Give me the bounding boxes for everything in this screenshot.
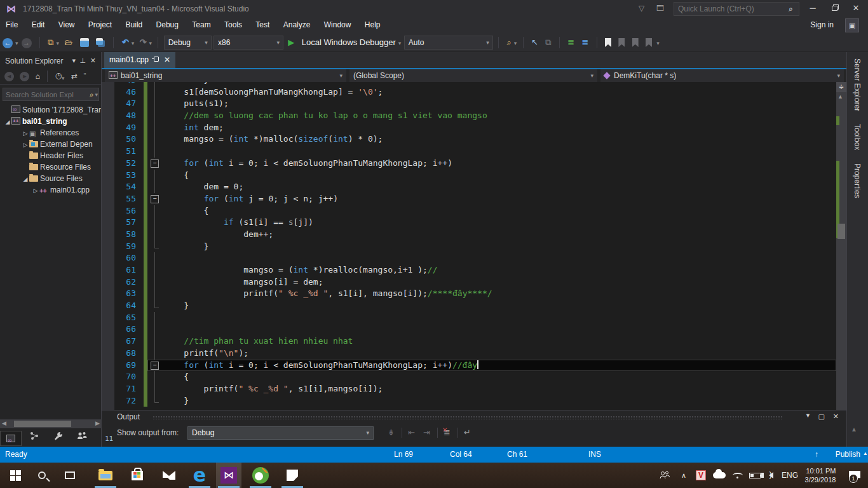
line-number[interactable]: 66	[114, 323, 144, 336]
code-line[interactable]: 53 {	[102, 170, 836, 182]
code-line[interactable]: 49 int dem;	[102, 122, 836, 134]
output-scroll-up-icon[interactable]: ▲	[851, 426, 857, 433]
drag-grip[interactable]	[153, 416, 783, 419]
tree-item-references[interactable]: ▷References	[0, 127, 101, 139]
onedrive-tray-icon[interactable]	[710, 463, 728, 488]
code-line[interactable]: 61 mangso = (int *)realloc(mangso,i+1 );…	[102, 264, 836, 276]
menu-test[interactable]: Test	[250, 18, 275, 32]
code-line[interactable]: 72 }	[102, 395, 836, 407]
solution-explorer-search-box[interactable]: ⌕ ▾	[3, 88, 99, 101]
code-line[interactable]: 70 {	[102, 371, 836, 383]
solution-search-input[interactable]	[3, 91, 90, 98]
quick-launch-input[interactable]	[674, 4, 789, 13]
code-line[interactable]: 45 }	[102, 82, 836, 86]
window-position-icon[interactable]: ▼	[805, 412, 811, 419]
close-icon[interactable]: ✕	[90, 57, 96, 65]
code-line[interactable]: 51	[102, 146, 836, 158]
code-line[interactable]: 62 mangso[i] = dem;	[102, 276, 836, 288]
tree-item-source-files[interactable]: ◢Source Files	[0, 173, 101, 184]
volume-tray-icon[interactable]	[763, 463, 779, 488]
line-number[interactable]: 46	[114, 86, 144, 98]
tab-properties[interactable]: Properties	[853, 157, 862, 205]
close-tab-icon[interactable]: ✕	[164, 55, 170, 64]
line-number[interactable]: 58	[114, 229, 144, 241]
find-in-files-button[interactable]: ⌕	[505, 36, 512, 50]
tree-item-header-files[interactable]: Header Files	[0, 150, 101, 161]
next-bookmark-button[interactable]	[631, 36, 640, 50]
se-forward-button[interactable]: ►	[20, 71, 29, 81]
code-line[interactable]: 65	[102, 312, 836, 324]
collapse-region-icon[interactable]	[147, 193, 164, 205]
output-source-combo[interactable]: Debug▾	[187, 426, 374, 440]
scrollbar-thumb[interactable]	[837, 224, 845, 239]
code-line[interactable]: 59 }	[102, 241, 836, 253]
prev-bookmark-button[interactable]	[617, 36, 626, 50]
find-dropdown-icon[interactable]: ▾	[514, 40, 517, 46]
menu-analyze[interactable]: Analyze	[278, 18, 316, 32]
file-explorer-button[interactable]	[93, 463, 118, 488]
line-number[interactable]: 50	[114, 133, 144, 146]
scroll-right-icon[interactable]: ▶	[95, 420, 100, 426]
uncomment-lines-button[interactable]: ≣	[580, 36, 590, 50]
select-cursor-button[interactable]: ↖	[530, 36, 539, 50]
code-line[interactable]: 50 mangso = (int *)malloc(sizeof(int) * …	[102, 133, 836, 146]
language-indicator[interactable]: ENG	[779, 463, 801, 488]
visual-studio-button[interactable]: ⋈	[216, 463, 241, 488]
close-button[interactable]: ✕	[845, 0, 867, 17]
menu-team[interactable]: Team	[186, 18, 216, 32]
expand-icon[interactable]: ▷	[32, 185, 39, 196]
menu-help[interactable]: Help	[359, 18, 386, 32]
window-position-icon[interactable]: ▾	[72, 57, 76, 65]
code-line[interactable]: 67 //tim phan tu xuat hien nhieu nhat	[102, 336, 836, 348]
undo-button[interactable]: ↶	[121, 36, 130, 50]
tab-toolbox[interactable]: Toolbox	[853, 118, 862, 156]
menu-debug[interactable]: Debug	[151, 18, 184, 32]
line-number[interactable]: 47	[114, 98, 144, 110]
publish-caret-icon[interactable]: ▴	[864, 450, 867, 456]
se-home-button[interactable]: ⌂	[36, 72, 40, 81]
navigate-back-button[interactable]: ←	[1, 36, 14, 50]
scroll-left-icon[interactable]: ◀	[2, 420, 6, 426]
collapse-region-icon[interactable]	[147, 158, 164, 170]
solution-explorer-hscrollbar[interactable]: ◀ ▶	[0, 419, 102, 428]
restore-button[interactable]	[824, 0, 845, 17]
line-number[interactable]: 53	[114, 170, 144, 182]
tree-item-project[interactable]: ◢bai01_string	[0, 116, 101, 127]
open-file-button[interactable]: 🗁	[63, 36, 74, 50]
line-number[interactable]: 57	[114, 217, 144, 229]
tree-item-external-dependencies[interactable]: ▷External Depen	[0, 139, 101, 150]
tree-item-solution[interactable]: Solution '1712808_Trar	[0, 104, 101, 116]
edge-button[interactable]: e	[187, 463, 212, 488]
send-feedback-icon[interactable]: 🗔	[656, 4, 664, 13]
solution-configuration-combo[interactable]: Debug▾	[164, 36, 212, 50]
tab-property-manager[interactable]	[48, 431, 69, 446]
code-line[interactable]: 64 }	[102, 300, 836, 312]
search-options-icon[interactable]: ▾	[95, 92, 98, 98]
line-number[interactable]: 45	[114, 82, 144, 86]
redo-button[interactable]: ↷	[139, 36, 148, 50]
code-line[interactable]: 63 printf(" %c _%d ", s1[i], mangso[i]);…	[102, 288, 836, 300]
line-number[interactable]: 59	[114, 241, 144, 253]
clock[interactable]: 10:01 PM3/29/2018	[799, 463, 841, 488]
menu-file[interactable]: File	[0, 18, 24, 32]
code-line[interactable]: 71 printf(" %c _%d ", s1[i],mangso[i]);	[102, 383, 836, 395]
prev-message-button[interactable]: ⇤	[408, 428, 415, 437]
code-line[interactable]: 60	[102, 252, 836, 264]
tab-team-explorer[interactable]	[71, 431, 93, 446]
line-number[interactable]: 63	[114, 288, 144, 300]
line-number[interactable]: 67	[114, 336, 144, 348]
code-line[interactable]: 54 dem = 0;	[102, 181, 836, 193]
publish-button[interactable]: Publish	[836, 450, 860, 459]
line-number[interactable]: 64	[114, 300, 144, 312]
save-button[interactable]	[79, 36, 90, 50]
collapse-icon[interactable]: ◢	[4, 116, 11, 127]
code-line[interactable]: 47 puts(s1);	[102, 98, 836, 110]
user-avatar-icon[interactable]: ▣	[845, 18, 859, 32]
code-line[interactable]: 57 if (s1[i] == s[j])	[102, 217, 836, 229]
next-message-button[interactable]: ⇥	[423, 428, 430, 437]
solution-platform-combo[interactable]: x86▾	[214, 36, 283, 50]
split-editor-handle[interactable]: ≑	[836, 82, 846, 92]
save-all-button[interactable]	[95, 36, 107, 50]
menu-project[interactable]: Project	[83, 18, 118, 32]
line-number[interactable]: 55	[114, 193, 144, 205]
